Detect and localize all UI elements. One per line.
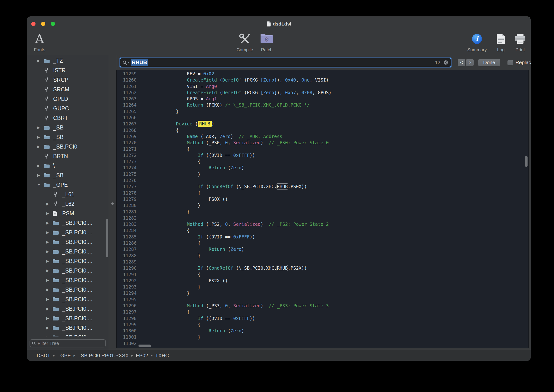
editor-horizontal-scrollbar-thumb[interactable] bbox=[138, 344, 151, 347]
chevron-down-icon[interactable]: ▾ bbox=[128, 61, 129, 64]
tree-item-label: SRCP bbox=[53, 77, 69, 83]
filter-tree-field[interactable] bbox=[30, 339, 106, 347]
tree-item[interactable]: SRCP bbox=[27, 75, 109, 85]
folder-icon bbox=[52, 268, 59, 273]
disclosure-triangle[interactable]: ▶ bbox=[46, 240, 52, 244]
tree-item[interactable]: ISTR bbox=[27, 66, 109, 75]
tree-item[interactable]: ▶_L62 bbox=[27, 199, 109, 209]
code-line: 11260 CreateField (DerefOf (PCKG [Zero])… bbox=[117, 77, 528, 83]
folder-icon bbox=[43, 125, 50, 130]
folder-icon bbox=[52, 230, 59, 235]
tree-item[interactable]: ▶_TZ bbox=[27, 56, 109, 66]
find-previous-button[interactable]: < bbox=[458, 59, 465, 66]
code-line: 11274 Return (Zero) bbox=[117, 165, 528, 171]
code-line: 11283 Method (_PS2, 0, Serialized) // _P… bbox=[117, 221, 528, 227]
disclosure-triangle[interactable]: ▶ bbox=[46, 268, 52, 273]
tree-item[interactable]: ▶_SB.PCI0.... bbox=[27, 275, 109, 285]
disclosure-triangle[interactable]: ▶ bbox=[37, 145, 43, 149]
disclosure-triangle[interactable]: ▶ bbox=[37, 173, 43, 177]
clear-search-icon[interactable] bbox=[443, 60, 448, 65]
tree-item[interactable]: ▶_SB.PCI0.... bbox=[27, 314, 109, 323]
title-bar[interactable]: dsdt.dsl bbox=[27, 16, 531, 31]
tree-item[interactable]: GUPC bbox=[27, 104, 109, 113]
disclosure-triangle[interactable]: ▶ bbox=[46, 202, 52, 206]
editor-vertical-scrollbar-thumb[interactable] bbox=[525, 156, 527, 167]
tree-item[interactable]: ▶_SB.PCI0.... bbox=[27, 294, 109, 304]
tree-item[interactable]: ▶_SB.PCI0 bbox=[27, 333, 109, 336]
find-next-button[interactable]: > bbox=[466, 59, 474, 66]
splitter-handle[interactable] bbox=[111, 203, 114, 205]
folder-icon bbox=[52, 335, 59, 337]
method-icon bbox=[43, 68, 49, 73]
breadcrumb-item[interactable]: TXHC bbox=[155, 353, 169, 358]
breadcrumb-item[interactable]: EP02 bbox=[136, 353, 148, 358]
disclosure-triangle[interactable]: ▶ bbox=[37, 59, 43, 63]
tree-item[interactable]: ▶_SB.PCI0.... bbox=[27, 323, 109, 333]
line-number: 11264 bbox=[117, 102, 137, 108]
replace-toggle[interactable]: Replace bbox=[507, 60, 531, 65]
folder-icon bbox=[52, 259, 59, 264]
breadcrumb-item[interactable]: DSDT bbox=[37, 353, 50, 358]
disclosure-triangle[interactable]: ▶ bbox=[46, 326, 52, 330]
tree-item[interactable]: BRTN bbox=[27, 151, 109, 161]
line-number: 11280 bbox=[117, 202, 137, 208]
tree-item[interactable]: ▼_GPE bbox=[27, 180, 109, 189]
folder-icon bbox=[43, 182, 50, 187]
disclosure-triangle[interactable]: ▶ bbox=[46, 278, 52, 282]
disclosure-triangle[interactable]: ▶ bbox=[37, 135, 43, 139]
tree-item[interactable]: ▶_SB.PCI0 bbox=[27, 142, 109, 151]
done-button[interactable]: Done bbox=[478, 59, 500, 66]
disclosure-triangle[interactable]: ▼ bbox=[37, 183, 43, 187]
disclosure-triangle[interactable]: ▶ bbox=[37, 126, 43, 130]
tree-item[interactable]: ▶PSM bbox=[27, 209, 109, 218]
sidebar-scrollbar-thumb[interactable] bbox=[106, 219, 108, 257]
tree-item[interactable]: _L61 bbox=[27, 189, 109, 199]
tree-item[interactable]: ▶_SB bbox=[27, 132, 109, 142]
line-number: 11278 bbox=[117, 190, 137, 196]
tree-item[interactable]: CBRT bbox=[27, 113, 109, 123]
tree-item[interactable]: ▶_SB.PCI0.... bbox=[27, 256, 109, 266]
pane-splitter[interactable] bbox=[109, 55, 116, 350]
line-number: 11265 bbox=[117, 108, 137, 114]
folder-icon bbox=[43, 173, 50, 178]
method-icon bbox=[43, 115, 49, 121]
tree-item[interactable]: ▶_SB bbox=[27, 170, 109, 180]
tree-item[interactable]: ▶\ bbox=[27, 161, 109, 170]
breadcrumb-item[interactable]: _SB.PCI0.RP01.PXSX bbox=[78, 353, 129, 358]
disclosure-triangle[interactable]: ▶ bbox=[46, 221, 52, 225]
line-number: 11261 bbox=[117, 83, 137, 89]
folder-icon bbox=[52, 325, 59, 330]
disclosure-triangle[interactable]: ▶ bbox=[46, 211, 52, 216]
tree-item[interactable]: ▶_SB.PCI0.... bbox=[27, 266, 109, 275]
patch-button[interactable]: ⚙ Patch bbox=[250, 31, 284, 52]
fonts-label: Fonts bbox=[34, 47, 45, 52]
tree-item[interactable]: ▶_SB.PCI0.... bbox=[27, 304, 109, 314]
print-button[interactable]: Print bbox=[504, 31, 531, 52]
tree-item[interactable]: ▶_SB.PCI0.... bbox=[27, 285, 109, 294]
disclosure-triangle[interactable]: ▶ bbox=[46, 249, 52, 254]
disclosure-triangle[interactable]: ▶ bbox=[46, 230, 52, 235]
tree-item[interactable]: GPLD bbox=[27, 94, 109, 104]
disclosure-triangle[interactable]: ▶ bbox=[46, 307, 52, 311]
search-input[interactable]: ▾ RHUB 12 bbox=[120, 58, 451, 67]
replace-checkbox[interactable] bbox=[507, 60, 513, 65]
code-editor[interactable]: 11259 REV = 0x0211260 CreateField (Deref… bbox=[116, 70, 529, 348]
fonts-button[interactable]: A Fonts bbox=[27, 31, 56, 52]
tree-item[interactable]: ▶_SB.PCI0.... bbox=[27, 237, 109, 247]
breadcrumb-item[interactable]: _GPE bbox=[57, 353, 71, 358]
disclosure-triangle[interactable]: ▶ bbox=[37, 164, 43, 168]
tree-item[interactable]: ▶_SB.PCI0.... bbox=[27, 218, 109, 228]
tree-item[interactable]: ▶_SB.PCI0.... bbox=[27, 247, 109, 256]
disclosure-triangle[interactable]: ▶ bbox=[46, 287, 52, 292]
method-icon bbox=[43, 77, 49, 83]
disclosure-triangle[interactable]: ▶ bbox=[46, 316, 52, 321]
disclosure-triangle[interactable]: ▶ bbox=[46, 297, 52, 301]
tree-item[interactable]: ▶_SB bbox=[27, 123, 109, 132]
tree-item[interactable]: ▶_SB.PCI0.... bbox=[27, 228, 109, 237]
filter-tree-input[interactable] bbox=[38, 341, 104, 346]
tree-item-label: _SB.PCI0.... bbox=[62, 287, 92, 293]
breadcrumb-separator: ▸ bbox=[151, 353, 152, 358]
disclosure-triangle[interactable]: ▶ bbox=[46, 335, 52, 336]
disclosure-triangle[interactable]: ▶ bbox=[46, 259, 52, 263]
tree-item[interactable]: SRCM bbox=[27, 85, 109, 94]
